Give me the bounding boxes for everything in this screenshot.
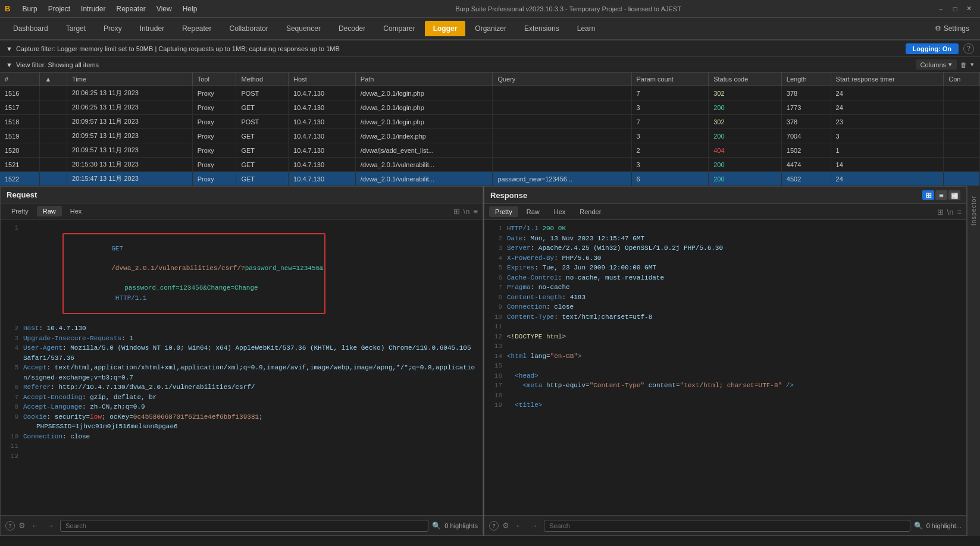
tab-decoder[interactable]: Decoder <box>330 21 374 36</box>
request-tab-raw[interactable]: Raw <box>37 206 62 216</box>
response-tab-hex[interactable]: Hex <box>548 206 572 217</box>
response-tab-pretty[interactable]: Pretty <box>489 206 518 217</box>
col-sort[interactable]: ▲ <box>40 73 67 86</box>
response-line-9: 9 Connection: close <box>489 302 962 312</box>
request-line-12: 12 <box>5 451 478 462</box>
tab-dashboard[interactable]: Dashboard <box>5 21 57 36</box>
response-line-3: 3 Server: Apache/2.4.25 (Win32) OpenSSL/… <box>489 243 962 253</box>
menu-burp[interactable]: Burp <box>17 4 42 14</box>
view-filter-text[interactable]: View filter: Showing all items <box>16 61 99 68</box>
response-search-settings[interactable]: ⚙ <box>502 521 509 530</box>
col-time[interactable]: Time <box>67 73 193 86</box>
columns-button[interactable]: Columns ▾ <box>916 59 957 70</box>
cell-host: 10.4.7.130 <box>289 129 356 143</box>
table-row[interactable]: 1516 20:06:25 13 11月 2023 Proxy POST 10.… <box>0 86 980 101</box>
view-btn-list[interactable]: ≡ <box>935 190 947 200</box>
request-wrap-icon[interactable]: \n <box>464 207 470 216</box>
col-query[interactable]: Query <box>493 73 631 86</box>
maximize-button[interactable]: □ <box>949 3 961 15</box>
settings-button[interactable]: ⚙ Settings <box>929 22 975 35</box>
table-row[interactable]: 1522 20:15:47 13 11月 2023 Proxy GET 10.4… <box>0 172 980 186</box>
request-search-settings[interactable]: ⚙ <box>18 521 26 530</box>
col-tool[interactable]: Tool <box>192 73 236 86</box>
minimize-button[interactable]: − <box>935 3 947 15</box>
request-search-icon[interactable]: 🔍 <box>432 522 441 530</box>
col-con[interactable]: Con <box>944 73 980 86</box>
view-btn-grid[interactable]: ▦ <box>948 190 960 200</box>
cell-params: 6 <box>631 172 709 186</box>
logging-button[interactable]: Logging: On <box>906 43 959 54</box>
delete-icon[interactable]: 🗑 <box>960 61 967 68</box>
tab-logger[interactable]: Logger <box>425 21 466 36</box>
request-search-next[interactable]: → <box>45 520 57 531</box>
request-line-7: 7 Accept-Encoding: gzip, deflate, br <box>5 393 478 403</box>
cell-sort <box>40 115 67 129</box>
request-search-prev[interactable]: ← <box>29 520 41 531</box>
tab-extensions[interactable]: Extensions <box>516 21 568 36</box>
col-num[interactable]: # <box>0 73 40 86</box>
request-search-help[interactable]: ? <box>5 521 15 531</box>
table-row[interactable]: 1520 20:09:57 13 11月 2023 Proxy GET 10.4… <box>0 143 980 158</box>
capture-help-button[interactable]: ? <box>963 43 974 54</box>
tab-intruder[interactable]: Intruder <box>131 21 173 36</box>
response-tab-render[interactable]: Render <box>574 206 607 217</box>
tab-collaborator[interactable]: Collaborator <box>221 21 277 36</box>
more-icon[interactable]: ▾ <box>970 61 974 68</box>
response-search-prev[interactable]: ← <box>513 520 525 531</box>
request-tab-pretty[interactable]: Pretty <box>5 206 35 216</box>
col-method[interactable]: Method <box>236 73 289 86</box>
title-bar-left: B Burp Project Intruder Repeater View He… <box>5 4 202 14</box>
menu-view[interactable]: View <box>152 4 177 14</box>
request-line-10: 10 Connection: close <box>5 432 478 442</box>
table-row[interactable]: 1521 20:15:30 13 11月 2023 Proxy GET 10.4… <box>0 158 980 172</box>
tab-comparer[interactable]: Comparer <box>375 21 423 36</box>
tab-target[interactable]: Target <box>58 21 94 36</box>
col-timer[interactable]: Start response timer <box>831 73 944 86</box>
window-controls: − □ ✕ <box>935 3 975 15</box>
response-title-text: Response <box>490 191 527 200</box>
col-host[interactable]: Host <box>289 73 356 86</box>
tab-sequencer[interactable]: Sequencer <box>278 21 329 36</box>
cell-time: 20:09:57 13 11月 2023 <box>67 129 193 143</box>
burp-icon: B <box>5 4 10 13</box>
inspector-label[interactable]: Inspector <box>970 196 977 225</box>
request-content: 1 GET /dvwa_2.0.1/vulnerabilities/csrf/?… <box>1 219 483 515</box>
col-params[interactable]: Param count <box>631 73 709 86</box>
table-row[interactable]: 1518 20:09:57 13 11月 2023 Proxy POST 10.… <box>0 115 980 129</box>
menu-help[interactable]: Help <box>178 4 202 14</box>
response-menu-icon[interactable]: ≡ <box>957 208 962 216</box>
request-tab-hex[interactable]: Hex <box>64 206 88 216</box>
cell-timer: 14 <box>831 158 944 172</box>
cell-id: 1518 <box>0 115 40 129</box>
cell-query <box>493 86 631 101</box>
request-search-input[interactable] <box>60 520 428 532</box>
request-format-icon[interactable]: ⊞ <box>453 207 460 216</box>
close-button[interactable]: ✕ <box>963 3 975 15</box>
col-length[interactable]: Length <box>781 73 831 86</box>
request-menu-icon[interactable]: ≡ <box>473 207 478 216</box>
cell-length: 378 <box>781 86 831 101</box>
menu-repeater[interactable]: Repeater <box>111 4 150 14</box>
tab-organizer[interactable]: Organizer <box>466 21 515 36</box>
cell-params: 7 <box>631 86 709 101</box>
tab-repeater[interactable]: Repeater <box>174 21 220 36</box>
table-row[interactable]: 1519 20:09:57 13 11月 2023 Proxy GET 10.4… <box>0 129 980 143</box>
response-search-help[interactable]: ? <box>489 521 499 531</box>
response-wrap-icon[interactable]: \n <box>947 208 954 216</box>
response-search-input[interactable] <box>544 520 910 532</box>
response-line-4: 4 X-Powered-By: PHP/5.6.30 <box>489 253 962 263</box>
menu-intruder[interactable]: Intruder <box>76 4 110 14</box>
view-btn-split[interactable]: ⊞ <box>922 190 934 200</box>
response-format-icon[interactable]: ⊞ <box>937 208 944 216</box>
col-status[interactable]: Status code <box>709 73 782 86</box>
capture-filter-text[interactable]: Capture filter: Logger memory limit set … <box>16 45 340 52</box>
col-path[interactable]: Path <box>355 73 493 86</box>
menu-project[interactable]: Project <box>43 4 75 14</box>
tab-learn[interactable]: Learn <box>569 21 604 36</box>
cell-path: /dvwa/js/add_event_list... <box>355 143 493 158</box>
response-tab-raw[interactable]: Raw <box>521 206 546 217</box>
response-search-icon[interactable]: 🔍 <box>914 522 923 530</box>
table-row[interactable]: 1517 20:06:25 13 11月 2023 Proxy GET 10.4… <box>0 101 980 115</box>
tab-proxy[interactable]: Proxy <box>95 21 130 36</box>
response-search-next[interactable]: → <box>528 520 540 531</box>
